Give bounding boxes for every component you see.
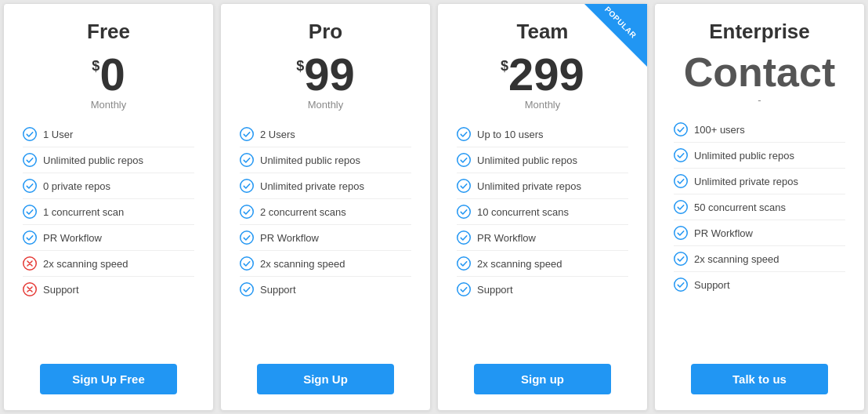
- price-wrapper: $99: [296, 52, 355, 97]
- feature-label: Support: [43, 284, 79, 296]
- feature-item: Up to 10 users: [457, 122, 628, 147]
- price-wrapper: Contact: [684, 52, 836, 93]
- check-icon: [457, 127, 471, 141]
- x-icon: [23, 256, 37, 271]
- popular-badge: POPULAR: [584, 4, 647, 67]
- cta-button-team[interactable]: Sign up: [474, 364, 611, 394]
- feature-label: 2x scanning speed: [477, 258, 562, 270]
- cta-button-pro[interactable]: Sign Up: [257, 364, 394, 394]
- feature-item: Support: [674, 272, 845, 297]
- svg-point-12: [241, 257, 254, 271]
- svg-point-9: [241, 180, 254, 193]
- feature-item: 2x scanning speed: [23, 251, 194, 277]
- feature-item: 10 concurrent scans: [457, 199, 628, 225]
- feature-item: Unlimited private repos: [674, 169, 845, 194]
- svg-point-4: [24, 231, 37, 245]
- check-icon: [457, 282, 471, 296]
- svg-point-2: [24, 180, 37, 193]
- svg-point-15: [458, 154, 471, 167]
- feature-item: Support: [457, 277, 628, 302]
- feature-item: 2 Users: [240, 122, 411, 147]
- svg-point-7: [241, 128, 254, 141]
- svg-point-27: [675, 278, 688, 292]
- svg-point-26: [675, 252, 688, 266]
- feature-item: Unlimited public repos: [23, 147, 194, 173]
- check-icon: [240, 231, 254, 245]
- check-icon: [674, 122, 688, 136]
- feature-item: Support: [240, 277, 411, 302]
- svg-point-22: [675, 149, 688, 162]
- feature-label: Unlimited private repos: [694, 176, 798, 187]
- plan-name: Pro: [309, 20, 342, 44]
- cta-button-enterprise[interactable]: Talk to us: [691, 364, 828, 394]
- price-wrapper: $299: [501, 52, 584, 97]
- feature-label: Unlimited public repos: [477, 154, 577, 166]
- pricing-container: Free$0Monthly1 UserUnlimited public repo…: [0, 0, 868, 414]
- plan-card-enterprise: EnterpriseContact-100+ usersUnlimited pu…: [654, 3, 865, 411]
- check-icon: [457, 205, 471, 219]
- plan-name: Team: [517, 20, 569, 44]
- check-icon: [457, 153, 471, 167]
- price-amount: 299: [508, 52, 584, 97]
- svg-point-8: [241, 154, 254, 167]
- price-period: Monthly: [308, 99, 344, 111]
- feature-item: 2x scanning speed: [457, 251, 628, 277]
- feature-item: Unlimited public repos: [457, 147, 628, 173]
- feature-label: Support: [477, 284, 513, 296]
- check-icon: [457, 231, 471, 245]
- svg-point-0: [24, 128, 37, 141]
- check-icon: [674, 174, 688, 188]
- features-list: 100+ usersUnlimited public reposUnlimite…: [674, 117, 845, 353]
- price-period: -: [758, 94, 761, 106]
- feature-item: PR Workflow: [457, 225, 628, 251]
- feature-label: 10 concurrent scans: [477, 206, 569, 218]
- svg-point-23: [675, 175, 688, 188]
- svg-point-19: [458, 257, 471, 271]
- feature-item: Unlimited public repos: [674, 143, 845, 169]
- check-icon: [674, 148, 688, 162]
- check-icon: [674, 200, 688, 214]
- check-icon: [674, 226, 688, 240]
- check-icon: [23, 179, 37, 193]
- svg-point-25: [675, 227, 688, 240]
- feature-label: 1 concurrent scan: [43, 206, 124, 218]
- features-list: 1 UserUnlimited public repos0 private re…: [23, 122, 194, 353]
- svg-point-14: [458, 128, 471, 141]
- price-wrapper: $0: [92, 52, 125, 97]
- feature-label: 0 private repos: [43, 180, 110, 192]
- check-icon: [240, 153, 254, 167]
- price-amount: 99: [304, 52, 355, 97]
- price-amount: 0: [99, 52, 125, 97]
- feature-label: 100+ users: [694, 124, 745, 136]
- feature-label: 1 User: [43, 129, 73, 140]
- feature-label: PR Workflow: [43, 232, 102, 244]
- feature-item: Unlimited private repos: [457, 173, 628, 199]
- check-icon: [240, 179, 254, 193]
- feature-label: 50 concurrent scans: [694, 202, 786, 213]
- check-icon: [240, 205, 254, 219]
- features-list: Up to 10 usersUnlimited public reposUnli…: [457, 122, 628, 353]
- plan-card-pro: Pro$99Monthly2 UsersUnlimited public rep…: [220, 3, 431, 411]
- check-icon: [457, 179, 471, 193]
- check-icon: [240, 282, 254, 296]
- plan-name: Enterprise: [709, 20, 810, 44]
- cta-button-free[interactable]: Sign Up Free: [40, 364, 177, 394]
- svg-point-21: [675, 123, 688, 136]
- feature-item: 1 User: [23, 122, 194, 147]
- feature-item: 0 private repos: [23, 173, 194, 199]
- check-icon: [23, 231, 37, 245]
- check-icon: [23, 127, 37, 141]
- feature-item: 2x scanning speed: [240, 251, 411, 277]
- feature-label: PR Workflow: [260, 232, 319, 244]
- svg-point-16: [458, 180, 471, 193]
- feature-label: 2 concurrent scans: [260, 206, 346, 218]
- feature-item: Unlimited public repos: [240, 147, 411, 173]
- svg-point-17: [458, 205, 471, 219]
- feature-item: 2 concurrent scans: [240, 199, 411, 225]
- price-dollar: $: [501, 58, 508, 74]
- svg-point-10: [241, 205, 254, 219]
- features-list: 2 UsersUnlimited public reposUnlimited p…: [240, 122, 411, 353]
- svg-point-3: [24, 205, 37, 219]
- price-contact: Contact: [684, 52, 836, 93]
- price-period: Monthly: [91, 99, 127, 111]
